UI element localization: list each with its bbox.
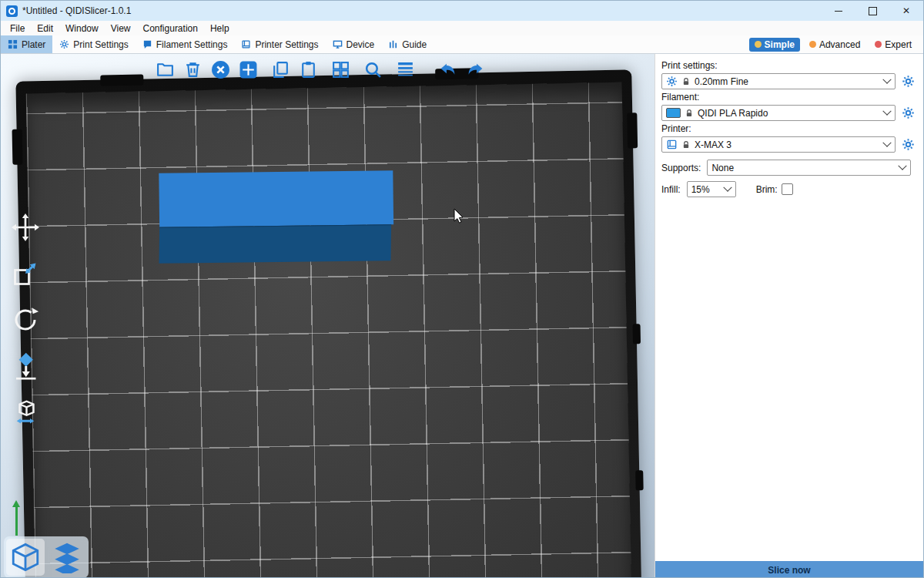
chevron-down-icon [882,75,891,83]
filament-value: QIDI PLA Rapido [698,108,880,119]
rotate-tool-button[interactable] [8,303,42,337]
print-settings-gear-button[interactable] [901,74,916,89]
chevron-down-icon [898,161,906,170]
undo-button[interactable] [436,58,459,81]
simple-mode-dot-icon [755,41,762,48]
move-icon [12,213,39,241]
tabbar: Plater Print Settings Filament Settings … [1,35,923,54]
tab-guide[interactable]: Guide [381,35,434,53]
app-logo-icon [6,5,18,17]
paste-button[interactable] [296,58,320,81]
layer-height-button[interactable] [393,58,417,81]
bed-surface-grid [26,82,632,578]
plater-icon [8,39,18,49]
gear-icon [59,39,69,49]
gear-icon [902,75,915,88]
cut-icon [12,398,39,426]
undo-icon [438,60,457,79]
open-folder-icon [156,60,175,79]
tab-filament-settings[interactable]: Filament Settings [136,35,235,53]
redo-button[interactable] [464,58,487,81]
copy-button[interactable] [269,58,292,81]
close-button[interactable]: ✕ [889,1,923,21]
gizmo-toolbar [8,210,42,429]
delete-button[interactable] [181,58,204,81]
menubar: File Edit Window View Configuration Help [1,21,923,35]
printer-gear-button[interactable] [901,137,916,152]
lock-icon [681,77,691,86]
arrange-button[interactable] [236,58,259,81]
gear-icon [666,76,678,87]
tab-print-settings[interactable]: Print Settings [52,35,135,53]
place-on-face-tool-button[interactable] [8,349,42,383]
3d-editor-view-button[interactable] [6,539,45,576]
device-icon [333,39,343,49]
place-on-face-icon [12,352,39,380]
gear-icon [902,106,915,119]
filament-label: Filament: [661,92,916,102]
lock-icon [681,140,691,150]
slice-now-button[interactable]: Slice now [655,561,923,578]
menu-file[interactable]: File [4,23,31,34]
bed-clip [633,324,641,344]
expert-mode-dot-icon [875,41,882,48]
redo-icon [466,60,485,79]
split-button[interactable] [329,58,352,81]
bed-clip [635,470,643,490]
scale-tool-button[interactable] [8,257,42,291]
tab-device[interactable]: Device [326,35,382,53]
delete-all-button[interactable] [209,58,232,81]
infill-combo[interactable]: 15% [687,181,736,197]
model-top-face [159,170,393,227]
infill-value: 15% [691,184,721,195]
print-settings-combo[interactable]: 0.20mm Fine [661,73,896,89]
printer-combo[interactable]: X-MAX 3 [661,136,896,153]
supports-combo[interactable]: None [707,160,911,176]
search-icon [363,60,383,79]
brim-checkbox[interactable] [782,183,793,195]
chevron-down-icon [723,183,732,191]
printer-label: Printer: [661,123,916,134]
menu-configuration[interactable]: Configuration [137,23,204,34]
brim-label: Brim: [756,184,778,195]
chevron-down-icon [882,106,891,115]
app-window: *Untitled - QIDISlicer-1.0.1 ✕ File Edit… [0,0,924,578]
maximize-button[interactable] [855,1,889,21]
mouse-cursor [454,208,464,224]
menu-view[interactable]: View [105,23,137,34]
view-toggle [4,536,89,578]
bed-clip [100,75,143,86]
mode-simple[interactable]: Simple [749,38,800,52]
guide-icon [388,39,398,49]
3d-view-cube-icon [9,541,42,573]
trash-icon [183,60,203,79]
minimize-button[interactable] [822,1,855,21]
print-settings-label: Print settings: [661,60,916,71]
bed-clip [627,113,638,148]
filament-gear-button[interactable] [901,106,916,120]
preview-layers-view-button[interactable] [48,539,86,576]
bed-clip [12,129,23,165]
move-tool-button[interactable] [8,210,42,244]
search-button[interactable] [361,58,384,81]
model-object[interactable] [159,170,393,264]
infill-label: Infill: [661,184,681,195]
minimize-icon [835,11,842,12]
mode-advanced[interactable]: Advanced [804,38,865,52]
tab-printer-settings[interactable]: Printer Settings [234,35,325,53]
menu-window[interactable]: Window [59,23,105,34]
filament-color-swatch [666,108,681,118]
mode-switcher: Simple Advanced Expert [749,35,923,53]
cut-tool-button[interactable] [8,395,42,429]
filament-icon [142,39,152,49]
menu-edit[interactable]: Edit [31,23,59,34]
chevron-down-icon [882,138,891,146]
layers-view-icon [51,541,83,573]
tab-plater[interactable]: Plater [1,35,52,53]
filament-combo[interactable]: QIDI PLA Rapido [661,105,896,121]
open-file-button[interactable] [153,58,176,81]
menu-help[interactable]: Help [204,23,236,34]
maximize-icon [869,7,877,15]
mode-expert[interactable]: Expert [869,38,917,52]
model-front-face [159,224,391,264]
